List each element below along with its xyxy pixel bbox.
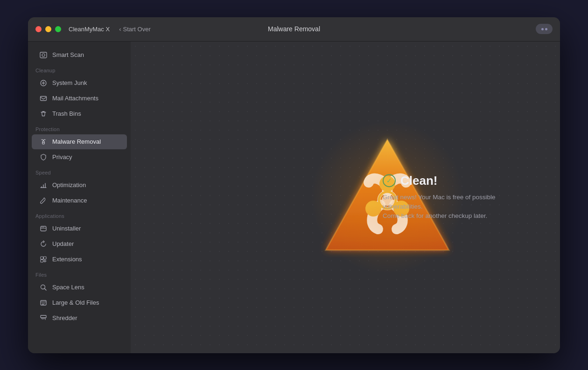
sidebar-label-smart-scan: Smart Scan xyxy=(52,51,84,58)
dot2 xyxy=(545,28,547,30)
trash-icon xyxy=(39,110,48,118)
space-lens-icon xyxy=(39,283,48,292)
section-label-files: Files xyxy=(28,267,131,279)
svg-rect-17 xyxy=(41,315,46,318)
svg-point-21 xyxy=(368,203,379,214)
svg-point-1 xyxy=(42,54,45,56)
sidebar-item-malware-removal[interactable]: Malware Removal xyxy=(32,134,127,149)
sidebar-item-extensions[interactable]: Extensions xyxy=(32,252,127,267)
sidebar-label-extensions: Extensions xyxy=(52,256,82,263)
sidebar-item-shredder[interactable]: Shredder xyxy=(32,311,127,326)
back-icon: ‹ xyxy=(119,26,121,33)
svg-rect-13 xyxy=(44,257,47,259)
sidebar-label-mail-attachments: Mail Attachments xyxy=(52,95,98,102)
sidebar-item-large-old-files[interactable]: Large & Old Files xyxy=(32,295,127,310)
clean-description: Great news! Your Mac is free of possible… xyxy=(383,193,513,221)
titlebar: CleanMyMac X ‹ Start Over Malware Remova… xyxy=(28,17,560,42)
large-files-icon xyxy=(39,299,48,307)
updater-icon xyxy=(39,240,48,248)
sidebar-item-optimization[interactable]: Optimization xyxy=(32,178,127,193)
sidebar-label-space-lens: Space Lens xyxy=(52,284,84,291)
shredder-icon xyxy=(39,314,48,322)
mail-icon xyxy=(39,94,48,103)
sidebar-item-smart-scan[interactable]: Smart Scan xyxy=(32,48,127,63)
sidebar: Smart Scan Cleanup System Junk xyxy=(28,42,131,353)
sidebar-label-system-junk: System Junk xyxy=(52,79,87,86)
svg-rect-12 xyxy=(41,257,43,259)
header-title: Malware Removal xyxy=(268,25,320,33)
dot1 xyxy=(541,28,544,30)
sidebar-item-uninstaller[interactable]: Uninstaller xyxy=(32,221,127,236)
sidebar-item-system-junk[interactable]: System Junk xyxy=(32,76,127,91)
sidebar-label-large-old-files: Large & Old Files xyxy=(52,299,99,306)
sidebar-item-updater[interactable]: Updater xyxy=(32,237,127,251)
svg-point-11 xyxy=(43,227,44,228)
app-title: CleanMyMac X xyxy=(69,26,110,33)
sidebar-label-optimization: Optimization xyxy=(52,182,86,188)
sidebar-item-trash-bins[interactable]: Trash Bins xyxy=(32,106,127,121)
clean-title: Clean! xyxy=(400,174,437,188)
result-section: ✓ Clean! Great news! Your Mac is free of… xyxy=(383,174,513,221)
sidebar-label-updater: Updater xyxy=(52,240,74,247)
traffic-lights xyxy=(35,26,61,32)
maximize-button[interactable] xyxy=(55,26,61,32)
sidebar-label-privacy: Privacy xyxy=(52,154,72,161)
sidebar-item-privacy[interactable]: Privacy xyxy=(32,150,127,165)
svg-point-10 xyxy=(42,227,42,228)
section-label-speed: Speed xyxy=(28,165,131,177)
system-junk-icon xyxy=(39,79,48,87)
sidebar-label-maintenance: Maintenance xyxy=(52,197,87,204)
sidebar-label-shredder: Shredder xyxy=(52,314,77,321)
sidebar-item-maintenance[interactable]: Maintenance xyxy=(32,193,127,208)
sidebar-label-malware-removal: Malware Removal xyxy=(52,138,101,145)
sidebar-label-uninstaller: Uninstaller xyxy=(52,225,81,232)
minimize-button[interactable] xyxy=(45,26,51,32)
privacy-icon xyxy=(39,153,48,161)
section-label-applications: Applications xyxy=(28,209,131,221)
sidebar-item-mail-attachments[interactable]: Mail Attachments xyxy=(32,91,127,106)
biohazard-icon xyxy=(39,138,48,146)
uninstaller-icon xyxy=(39,224,48,233)
maintenance-icon xyxy=(39,196,48,205)
svg-rect-14 xyxy=(41,259,43,262)
sidebar-item-space-lens[interactable]: Space Lens xyxy=(32,280,127,295)
smart-scan-icon xyxy=(39,51,48,59)
svg-rect-3 xyxy=(41,96,47,100)
section-label-cleanup: Cleanup xyxy=(28,63,131,75)
optimization-icon xyxy=(39,181,48,189)
clean-header: ✓ Clean! xyxy=(383,174,513,188)
app-window: CleanMyMac X ‹ Start Over Malware Remova… xyxy=(28,17,560,353)
check-icon: ✓ xyxy=(383,174,396,187)
more-options-button[interactable] xyxy=(536,24,553,34)
start-over-button[interactable]: ‹ Start Over xyxy=(119,26,151,33)
svg-rect-0 xyxy=(40,52,47,58)
main-content: Smart Scan Cleanup System Junk xyxy=(28,42,560,353)
close-button[interactable] xyxy=(35,26,42,32)
extensions-icon xyxy=(39,255,48,264)
content-area: ✓ Clean! Great news! Your Mac is free of… xyxy=(131,42,560,353)
sidebar-label-trash-bins: Trash Bins xyxy=(52,110,81,117)
section-label-protection: Protection xyxy=(28,122,131,134)
